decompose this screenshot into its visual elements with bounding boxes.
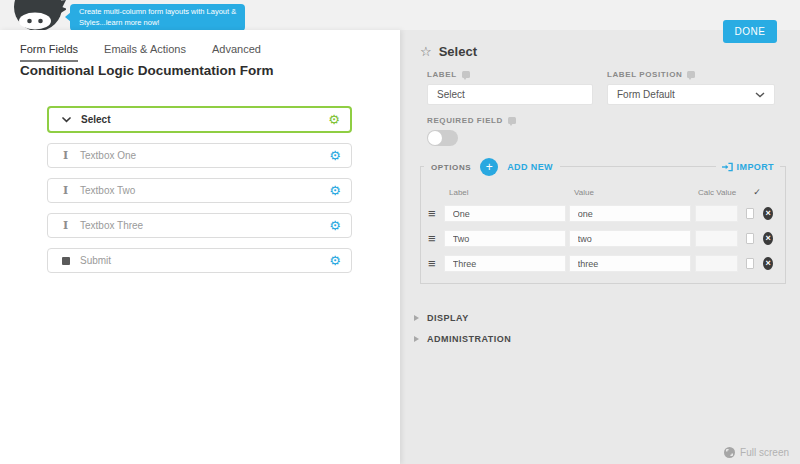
promo-tooltip-line2: Styles...learn more now! [79,18,236,29]
promo-tooltip-line1: Create multi-column form layouts with La… [79,7,236,18]
option-selected-checkbox[interactable] [746,233,755,244]
option-value-input[interactable] [569,205,691,222]
help-tooltip-icon[interactable] [687,71,695,78]
option-selected-checkbox[interactable] [746,208,755,219]
top-bar: Create multi-column form layouts with La… [0,0,800,30]
field-row-textbox-one[interactable]: I Textbox One ⚙ [47,143,352,168]
chevron-down-icon [755,92,765,98]
label-input[interactable] [427,84,593,105]
full-screen-label: Full screen [740,447,789,458]
tab-emails-actions[interactable]: Emails & Actions [104,43,186,62]
delete-option-icon[interactable]: × [763,257,773,270]
label-position-setting-label: LABEL POSITION [607,70,695,79]
toggle-knob [428,131,442,145]
option-row: ≡ × [421,255,785,272]
administration-section-label: ADMINISTRATION [427,334,511,344]
option-label-input[interactable] [444,205,566,222]
drag-handle-icon[interactable]: ≡ [428,232,437,245]
text-cursor-icon: I [58,149,73,162]
required-field-toggle[interactable] [427,130,458,146]
gear-icon[interactable]: ⚙ [329,149,341,162]
option-value-input[interactable] [569,255,691,272]
help-tooltip-icon[interactable] [508,117,516,124]
delete-option-icon[interactable]: × [763,232,773,245]
done-button[interactable]: DONE [723,20,777,43]
field-label: Textbox Two [80,185,135,196]
option-label-input[interactable] [444,255,566,272]
drag-handle-icon[interactable]: ≡ [428,207,437,220]
drag-handle-icon[interactable]: ≡ [428,257,437,270]
column-header-value: Value [572,188,698,197]
triangle-right-icon [414,315,419,321]
field-label: Submit [80,255,111,266]
options-header: OPTIONS + ADD NEW [424,157,560,177]
option-calc-input[interactable] [695,255,738,272]
field-settings-title: ☆ Select [420,44,477,59]
label-setting-label: LABEL [427,70,470,79]
options-table-header: Label Value Calc Value ✓ [421,187,785,197]
option-calc-input[interactable] [695,230,738,247]
field-list: Select ⚙ I Textbox One ⚙ I Textbox Two ⚙… [47,106,352,283]
field-label: Textbox Three [80,220,143,231]
text-cursor-icon: I [58,219,73,232]
option-calc-input[interactable] [695,205,738,222]
chevron-down-icon [59,117,74,123]
administration-section-toggle[interactable]: ADMINISTRATION [414,334,511,344]
field-label: Select [81,114,110,125]
full-screen-button[interactable]: Full screen [724,447,789,458]
field-row-textbox-two[interactable]: I Textbox Two ⚙ [47,178,352,203]
add-option-icon[interactable]: + [480,158,498,176]
help-tooltip-icon[interactable] [462,71,470,78]
required-field-label: REQUIRED FIELD [427,116,516,125]
import-icon [722,162,733,172]
option-row: ≡ × [421,230,785,247]
field-label: Textbox One [80,150,136,161]
option-row: ≡ × [421,205,785,222]
full-screen-icon [724,447,735,458]
option-value-input[interactable] [569,230,691,247]
field-row-textbox-three[interactable]: I Textbox Three ⚙ [47,213,352,238]
column-header-label: Label [447,188,572,197]
star-icon[interactable]: ☆ [420,44,432,59]
label-position-select[interactable]: Form Default [607,84,775,105]
import-label: IMPORT [737,162,774,172]
delete-option-icon[interactable]: × [763,207,773,220]
display-section-label: DISPLAY [427,313,469,323]
column-header-selected-check: ✓ [745,187,769,197]
field-settings-title-text: Select [439,44,477,59]
gear-icon[interactable]: ⚙ [329,184,341,197]
gear-icon[interactable]: ⚙ [329,254,341,267]
option-selected-checkbox[interactable] [746,258,755,269]
gear-icon[interactable]: ⚙ [329,219,341,232]
field-row-submit[interactable]: Submit ⚙ [47,248,352,273]
add-new-button[interactable]: ADD NEW [507,162,553,172]
options-legend: OPTIONS [431,163,471,172]
form-builder-panel: Form Fields Emails & Actions Advanced Co… [0,30,400,464]
import-button[interactable]: IMPORT [716,157,780,177]
ninja-forms-logo-icon [8,0,66,30]
tab-form-fields[interactable]: Form Fields [20,43,78,62]
form-title: Conditional Logic Documentation Form [20,63,274,78]
builder-tabs: Form Fields Emails & Actions Advanced [20,43,261,62]
submit-button-icon [58,257,73,265]
column-header-calc-value: Calc Value [698,188,745,197]
label-position-value: Form Default [617,89,675,100]
options-section: OPTIONS + ADD NEW IMPORT Label Value Cal… [420,166,786,284]
triangle-right-icon [414,336,419,342]
promo-tooltip[interactable]: Create multi-column form layouts with La… [70,4,245,31]
tab-advanced[interactable]: Advanced [212,43,261,62]
option-label-input[interactable] [444,230,566,247]
field-row-select[interactable]: Select ⚙ [47,106,352,133]
gear-icon[interactable]: ⚙ [328,113,340,126]
text-cursor-icon: I [58,184,73,197]
display-section-toggle[interactable]: DISPLAY [414,313,469,323]
